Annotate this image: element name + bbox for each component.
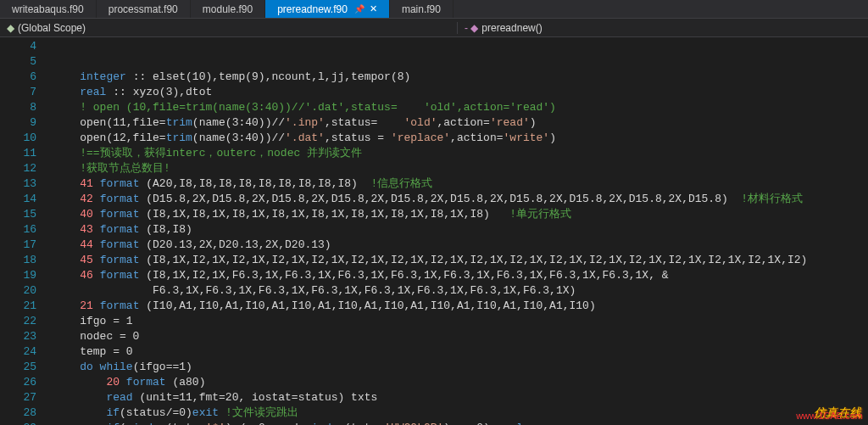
tab-writeabaqus[interactable]: writeabaqus.f90 <box>0 0 97 18</box>
scope-function[interactable]: - ◆ prereadnew() <box>458 22 549 34</box>
tab-main[interactable]: main.f90 <box>390 0 453 18</box>
function-icon: - ◆ <box>465 22 478 34</box>
tab-prereadnew[interactable]: prereadnew.f90 📌 ✕ <box>265 0 390 18</box>
scope-global[interactable]: ◆ (Global Scope) <box>0 22 458 34</box>
scope-bar: ◆ (Global Scope) - ◆ prereadnew() <box>0 19 868 37</box>
line-gutter: 4567891011121314151617181920212223242526… <box>0 37 47 425</box>
tab-processmat[interactable]: processmat.f90 <box>97 0 191 18</box>
editor[interactable]: 4567891011121314151617181920212223242526… <box>0 37 868 425</box>
tab-bar: writeabaqus.f90 processmat.f90 module.f9… <box>0 0 868 19</box>
close-icon[interactable]: ✕ <box>370 3 377 14</box>
pin-icon[interactable]: 📌 <box>354 4 364 14</box>
scope-icon: ◆ <box>7 22 14 34</box>
watermark-url: www.1CAE.com <box>796 408 863 423</box>
code-area[interactable]: integer :: elset(10),temp(9),ncount,l,jj… <box>47 37 868 425</box>
tab-module[interactable]: module.f90 <box>191 0 265 18</box>
